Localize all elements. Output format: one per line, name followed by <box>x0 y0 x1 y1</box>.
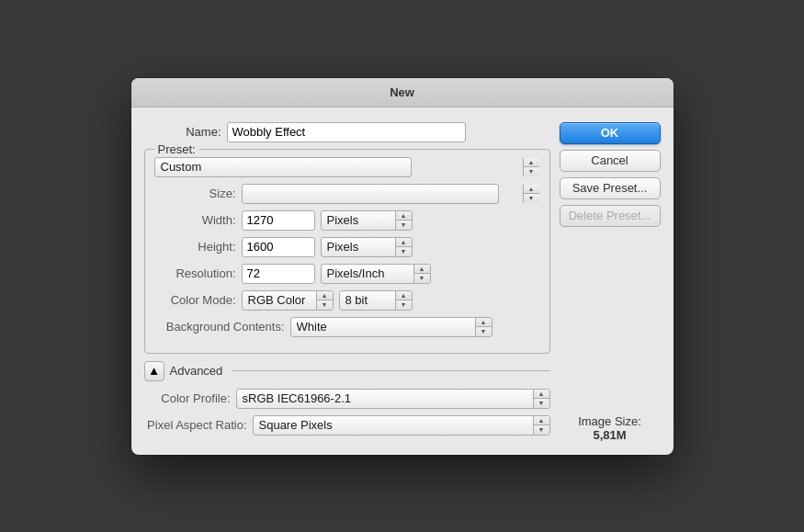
pixel-aspect-row: Pixel Aspect Ratio: Square Pixels D1/DV … <box>144 415 550 436</box>
name-row: Name: <box>144 122 550 142</box>
color-profile-row: Color Profile: sRGB IEC61966-2.1 Adobe R… <box>144 389 550 409</box>
color-profile-select[interactable]: sRGB IEC61966-2.1 Adobe RGB (1998) <box>236 389 550 409</box>
color-mode-row: Color Mode: RGB Color CMYK Color Graysca… <box>154 290 540 311</box>
name-label: Name: <box>144 125 227 139</box>
resolution-unit-select[interactable]: Pixels/Inch Pixels/Centimeter <box>321 264 431 284</box>
resolution-input[interactable] <box>242 264 315 284</box>
dialog-title: New <box>131 78 674 108</box>
name-input[interactable] <box>227 122 466 142</box>
advanced-section: ▲ Advanced Color Profile: sRGB IEC61966-… <box>144 361 550 436</box>
height-input[interactable] <box>242 237 315 257</box>
bit-depth-select[interactable]: 8 bit 16 bit 32 bit <box>339 290 413 311</box>
size-label: Size: <box>154 187 242 200</box>
image-size-label: Image Size: <box>560 414 661 428</box>
color-mode-select-wrap: RGB Color CMYK Color Grayscale ▲ ▼ <box>242 290 334 311</box>
cancel-button[interactable]: Cancel <box>560 150 661 172</box>
color-profile-label: Color Profile: <box>144 391 236 405</box>
preset-stepper: ▲ ▼ <box>523 158 539 176</box>
width-unit-wrap: Pixels Inches cm ▲ ▼ <box>321 210 413 231</box>
bg-select-wrap: White Background Color Transparent ▲ ▼ <box>290 317 493 337</box>
image-size-section: Image Size: 5,81M <box>560 396 661 442</box>
preset-section: Preset: Custom ▲ ▼ Size: <box>144 149 550 354</box>
size-stepper: ▲ ▼ <box>523 185 539 203</box>
bit-depth-select-wrap: 8 bit 16 bit 32 bit ▲ ▼ <box>339 290 413 311</box>
ok-button[interactable]: OK <box>560 122 661 144</box>
advanced-row: ▲ Advanced <box>144 361 550 381</box>
width-input[interactable] <box>242 210 315 231</box>
bg-select[interactable]: White Background Color Transparent <box>290 317 493 337</box>
right-panel: OK Cancel Save Preset... Delete Preset..… <box>560 122 661 442</box>
height-unit-wrap: Pixels Inches cm ▲ ▼ <box>321 237 413 257</box>
pixel-aspect-select-wrap: Square Pixels D1/DV NTSC (0.91) ▲ ▼ <box>253 415 550 436</box>
advanced-toggle-button[interactable]: ▲ <box>144 361 164 381</box>
preset-legend: Preset: <box>154 142 199 156</box>
preset-row: Custom ▲ ▼ <box>154 157 540 177</box>
pixel-aspect-label: Pixel Aspect Ratio: <box>144 418 253 432</box>
resolution-row: Resolution: Pixels/Inch Pixels/Centimete… <box>154 264 540 284</box>
resolution-label: Resolution: <box>154 266 242 280</box>
resolution-unit-wrap: Pixels/Inch Pixels/Centimeter ▲ ▼ <box>321 264 431 284</box>
preset-select[interactable]: Custom <box>154 157 412 177</box>
pixel-aspect-select[interactable]: Square Pixels D1/DV NTSC (0.91) <box>253 415 550 436</box>
bg-label: Background Contents: <box>154 320 290 334</box>
width-unit-select[interactable]: Pixels Inches cm <box>321 210 413 231</box>
width-row: Width: Pixels Inches cm ▲ ▼ <box>154 210 540 231</box>
color-mode-label: Color Mode: <box>154 293 242 307</box>
preset-select-wrap: Custom ▲ ▼ <box>154 157 540 177</box>
advanced-divider <box>232 370 549 371</box>
size-select-wrap: ▲ ▼ <box>242 184 540 204</box>
width-label: Width: <box>154 213 242 227</box>
color-profile-select-wrap: sRGB IEC61966-2.1 Adobe RGB (1998) ▲ ▼ <box>236 389 550 409</box>
image-size-value: 5,81M <box>560 428 661 442</box>
new-document-dialog: New Name: Preset: Custom <box>131 78 674 455</box>
save-preset-button[interactable]: Save Preset... <box>560 177 661 199</box>
size-select[interactable] <box>242 184 499 204</box>
height-row: Height: Pixels Inches cm ▲ ▼ <box>154 237 540 257</box>
advanced-label: Advanced <box>170 364 223 378</box>
color-mode-select[interactable]: RGB Color CMYK Color Grayscale <box>242 290 334 311</box>
height-label: Height: <box>154 240 242 254</box>
bg-contents-row: Background Contents: White Background Co… <box>154 317 540 337</box>
size-row: Size: ▲ ▼ <box>154 184 540 204</box>
height-unit-select[interactable]: Pixels Inches cm <box>321 237 413 257</box>
left-panel: Name: Preset: Custom ▲ ▼ <box>144 122 550 442</box>
delete-preset-button[interactable]: Delete Preset... <box>560 205 661 227</box>
